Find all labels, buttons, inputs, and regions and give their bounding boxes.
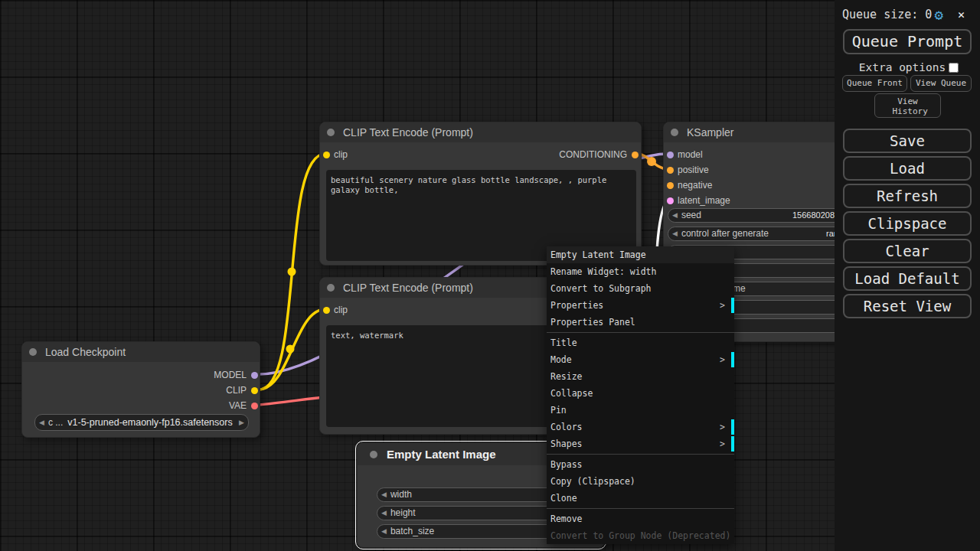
menu-item-properties-panel[interactable]: Properties Panel bbox=[547, 314, 734, 331]
menu-item-clone[interactable]: Clone bbox=[547, 490, 734, 507]
menu-item-remove[interactable]: Remove bbox=[547, 510, 734, 527]
model-port-icon[interactable] bbox=[667, 152, 674, 158]
collapse-dot-icon[interactable] bbox=[327, 129, 335, 136]
latent-port-icon[interactable] bbox=[667, 197, 674, 204]
submenu-arrow-icon: > bbox=[720, 419, 725, 435]
conditioning-port-icon[interactable] bbox=[667, 167, 674, 174]
extra-options-label: Extra options bbox=[859, 61, 946, 73]
prev-option-arrow-icon[interactable]: ◀ bbox=[35, 416, 48, 429]
menu-item-resize[interactable]: Resize bbox=[547, 368, 734, 385]
node-context-menu: Empty Latent Image Rename Widget: width … bbox=[547, 246, 734, 544]
input-slot-model[interactable]: model bbox=[670, 148, 777, 161]
menu-item-pin[interactable]: Pin bbox=[547, 402, 734, 419]
queue-prompt-button[interactable]: Queue Prompt bbox=[843, 29, 972, 54]
context-menu-title: Empty Latent Image bbox=[547, 246, 734, 263]
menu-item-properties[interactable]: Properties > bbox=[547, 297, 734, 314]
view-history-button[interactable]: View History bbox=[874, 93, 941, 118]
submenu-indicator-bar bbox=[731, 419, 734, 435]
settings-gear-icon[interactable]: ⚙ bbox=[935, 6, 943, 23]
close-icon[interactable]: ✕ bbox=[958, 8, 965, 21]
menu-item-collapse[interactable]: Collapse bbox=[547, 385, 734, 402]
submenu-arrow-icon: > bbox=[720, 351, 725, 368]
decrement-arrow-icon[interactable]: ◀ bbox=[377, 488, 390, 501]
decrement-arrow-icon[interactable]: ◀ bbox=[377, 525, 390, 538]
menu-item-title[interactable]: Title bbox=[547, 334, 734, 351]
submenu-arrow-icon: > bbox=[720, 435, 725, 452]
menu-item-copy-clipspace[interactable]: Copy (Clipspace) bbox=[547, 473, 734, 490]
queue-size-row: Queue size: 0 ⚙ ✕ bbox=[842, 8, 972, 24]
input-slot-clip[interactable]: clip bbox=[326, 148, 418, 161]
clip-port-icon[interactable] bbox=[251, 387, 258, 394]
clip-port-icon[interactable] bbox=[323, 307, 330, 314]
submenu-indicator-bar bbox=[731, 352, 734, 367]
clear-button[interactable]: Clear bbox=[843, 239, 972, 263]
link-dot[interactable] bbox=[288, 268, 296, 276]
refresh-button[interactable]: Refresh bbox=[843, 184, 972, 208]
extra-options-row: Extra options bbox=[835, 61, 980, 73]
menu-item-convert-to-subgraph[interactable]: Convert to Subgraph bbox=[547, 280, 734, 297]
output-slot-conditioning[interactable]: CONDITIONING bbox=[512, 148, 635, 161]
decrement-arrow-icon[interactable]: ◀ bbox=[377, 507, 390, 520]
link-dot[interactable] bbox=[286, 345, 295, 354]
input-slot-negative[interactable]: negative bbox=[670, 179, 777, 191]
submenu-indicator-bar bbox=[731, 436, 734, 452]
collapse-dot-icon[interactable] bbox=[29, 348, 37, 356]
node-clip-text-encode-positive[interactable]: CLIP Text Encode (Prompt) clip CONDITION… bbox=[319, 122, 642, 266]
collapse-dot-icon[interactable] bbox=[327, 284, 335, 292]
node-title[interactable]: Load Checkpoint bbox=[22, 342, 260, 362]
load-default-button[interactable]: Load Default bbox=[843, 266, 972, 291]
decrement-arrow-icon[interactable]: ◀ bbox=[668, 209, 681, 222]
extra-options-checkbox[interactable] bbox=[949, 63, 959, 73]
decrement-arrow-icon[interactable]: ◀ bbox=[668, 227, 681, 240]
menu-item-bypass[interactable]: Bypass bbox=[547, 456, 734, 473]
comfy-menu-panel: Queue size: 0 ⚙ ✕ Queue Prompt Extra opt… bbox=[835, 0, 980, 551]
model-port-icon[interactable] bbox=[251, 372, 258, 379]
vae-port-icon[interactable] bbox=[251, 403, 258, 409]
conditioning-port-icon[interactable] bbox=[667, 182, 674, 189]
clip-port-icon[interactable] bbox=[323, 152, 330, 158]
collapse-dot-icon[interactable] bbox=[671, 129, 678, 136]
node-load-checkpoint[interactable]: Load Checkpoint MODEL CLIP VAE ◀ c ... v… bbox=[21, 341, 260, 438]
output-slot-model[interactable]: MODEL bbox=[162, 369, 254, 381]
input-slot-latent-image[interactable]: latent_image bbox=[670, 194, 777, 207]
queue-size-label: Queue size: 0 bbox=[842, 8, 932, 21]
view-queue-button[interactable]: View Queue bbox=[910, 75, 972, 92]
reset-view-button[interactable]: Reset View bbox=[843, 294, 972, 318]
next-option-arrow-icon[interactable]: ▶ bbox=[235, 416, 248, 429]
menu-item-mode[interactable]: Mode > bbox=[547, 351, 734, 368]
queue-front-button[interactable]: Queue Front bbox=[842, 75, 907, 92]
link-dot[interactable] bbox=[647, 157, 656, 166]
widget-ckpt-name[interactable]: ◀ c ... v1-5-pruned-emaonly-fp16.safeten… bbox=[34, 414, 249, 431]
collapse-dot-icon[interactable] bbox=[370, 451, 377, 458]
comfyui-graph-canvas[interactable]: CLIP Text Encode (Prompt) clip CONDITION… bbox=[0, 0, 980, 551]
output-slot-vae[interactable]: VAE bbox=[162, 399, 254, 412]
menu-item-convert-to-group-node: Convert to Group Node (Deprecated) bbox=[547, 527, 734, 544]
load-button[interactable]: Load bbox=[843, 156, 972, 181]
submenu-arrow-icon: > bbox=[720, 297, 725, 314]
output-slot-clip[interactable]: CLIP bbox=[162, 384, 254, 396]
widget-sampler-name-label-fragment: me bbox=[733, 283, 746, 294]
clipspace-button[interactable]: Clipspace bbox=[843, 211, 972, 236]
menu-item-colors[interactable]: Colors > bbox=[547, 419, 734, 435]
conditioning-port-icon[interactable] bbox=[632, 152, 639, 158]
menu-item-rename-widget[interactable]: Rename Widget: width bbox=[547, 263, 734, 280]
submenu-indicator-bar bbox=[731, 298, 734, 313]
node-title[interactable]: CLIP Text Encode (Prompt) bbox=[320, 122, 641, 142]
menu-item-shapes[interactable]: Shapes > bbox=[547, 435, 734, 452]
input-slot-clip[interactable]: clip bbox=[326, 304, 418, 316]
input-slot-positive[interactable]: positive bbox=[670, 164, 777, 176]
save-button[interactable]: Save bbox=[843, 129, 972, 153]
